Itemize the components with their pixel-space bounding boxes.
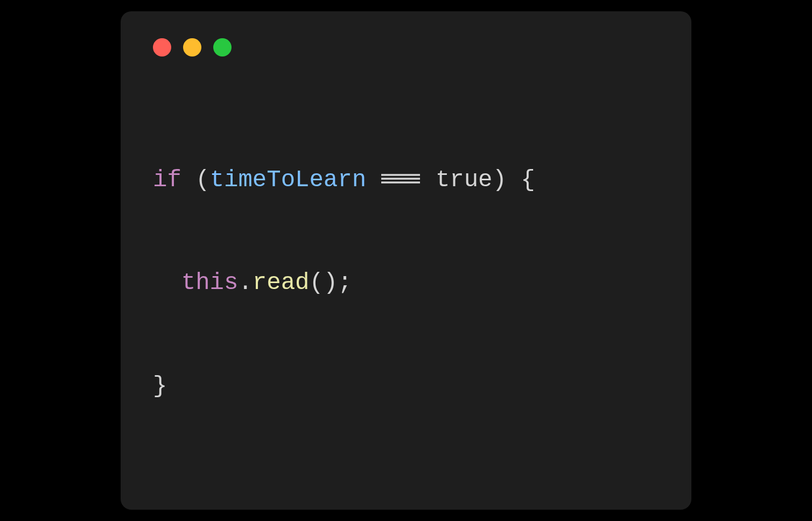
dot: . bbox=[238, 269, 252, 296]
code-line-3: } bbox=[153, 369, 659, 404]
code-window: if (timeToLearn true) { this.read(); } bbox=[121, 11, 691, 510]
code-line-2: this.read(); bbox=[153, 266, 659, 300]
keyword-this: this bbox=[181, 269, 239, 296]
window-titlebar bbox=[153, 38, 659, 57]
brace-close: } bbox=[153, 372, 167, 399]
keyword-if: if bbox=[153, 166, 181, 193]
boolean-true: true bbox=[436, 166, 493, 193]
paren-open: ( bbox=[181, 166, 210, 193]
method-read: read bbox=[253, 269, 310, 296]
close-icon[interactable] bbox=[153, 38, 171, 57]
code-block: if (timeToLearn true) { this.read(); } bbox=[153, 94, 659, 472]
maximize-icon[interactable] bbox=[213, 38, 232, 57]
minimize-icon[interactable] bbox=[183, 38, 201, 57]
space bbox=[366, 166, 380, 193]
paren-close-brace-open: ) { bbox=[493, 166, 535, 193]
code-line-1: if (timeToLearn true) { bbox=[153, 163, 659, 197]
operator-strict-equals bbox=[380, 161, 421, 196]
call-parens-semicolon: (); bbox=[309, 269, 352, 296]
variable-timeToLearn: timeToLearn bbox=[210, 166, 366, 193]
space bbox=[421, 166, 435, 193]
